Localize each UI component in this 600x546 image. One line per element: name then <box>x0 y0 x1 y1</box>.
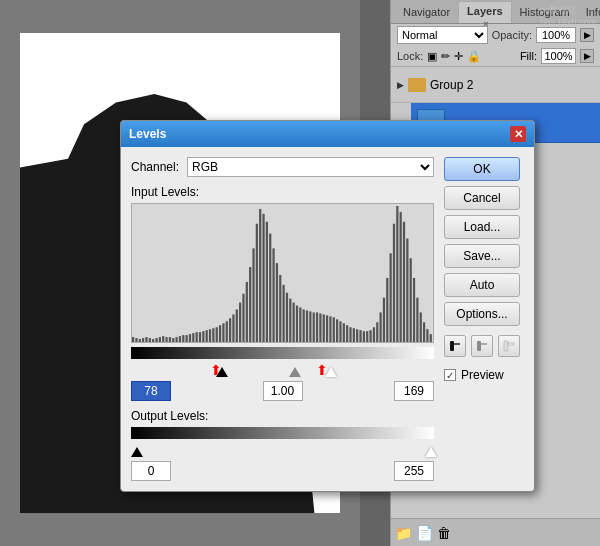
channel-select[interactable]: RGB <box>187 157 434 177</box>
svg-rect-9 <box>162 336 164 342</box>
svg-rect-24 <box>212 328 214 342</box>
svg-rect-39 <box>262 214 264 342</box>
svg-rect-72 <box>373 327 375 342</box>
input-levels-label: Input Levels: <box>131 185 434 199</box>
black-point-input[interactable] <box>131 381 171 401</box>
histogram-chart <box>132 204 433 342</box>
cancel-button[interactable]: Cancel <box>444 186 520 210</box>
svg-rect-50 <box>299 308 301 343</box>
eyedropper-icon <box>502 339 516 353</box>
gray-eyedropper[interactable] <box>471 335 493 357</box>
svg-rect-75 <box>383 298 385 342</box>
opacity-input[interactable] <box>536 27 576 43</box>
svg-rect-91 <box>454 343 460 345</box>
output-black-input[interactable] <box>131 461 171 481</box>
preview-label: Preview <box>461 368 504 382</box>
auto-button[interactable]: Auto <box>444 273 520 297</box>
svg-rect-85 <box>416 298 418 342</box>
dialog-buttons-section: OK Cancel Load... Save... Auto Options..… <box>444 157 524 481</box>
expand-icon[interactable]: ▶ <box>397 80 404 90</box>
svg-rect-68 <box>359 330 361 342</box>
dialog-titlebar: Levels ✕ <box>121 121 534 147</box>
svg-rect-95 <box>508 343 514 345</box>
midtone-slider[interactable] <box>289 367 301 377</box>
lock-paint-icon[interactable]: ✏ <box>441 50 450 63</box>
folder-icon <box>408 78 426 92</box>
svg-rect-51 <box>303 309 305 342</box>
svg-rect-46 <box>286 293 288 342</box>
svg-rect-79 <box>396 206 398 342</box>
svg-rect-32 <box>239 303 241 342</box>
lock-all-icon[interactable]: 🔒 <box>467 50 481 63</box>
svg-rect-19 <box>196 332 198 342</box>
svg-rect-82 <box>406 239 408 343</box>
output-white-slider[interactable] <box>425 447 437 457</box>
white-eyedropper[interactable] <box>498 335 520 357</box>
dialog-close-button[interactable]: ✕ <box>510 126 526 142</box>
opacity-arrow[interactable]: ▶ <box>580 28 594 42</box>
dialog-left-section: Channel: RGB Input Levels: <box>131 157 434 481</box>
new-layer-icon[interactable]: 📄 <box>416 525 433 541</box>
svg-rect-64 <box>346 325 348 342</box>
svg-rect-48 <box>293 303 295 342</box>
svg-rect-2 <box>139 339 141 342</box>
svg-rect-11 <box>169 337 171 342</box>
svg-rect-94 <box>504 341 508 351</box>
svg-rect-67 <box>356 329 358 342</box>
input-slider-arrows: ⬆ ⬆ <box>131 361 434 377</box>
ok-button[interactable]: OK <box>444 157 520 181</box>
layer-name: Group 2 <box>430 78 473 92</box>
svg-rect-44 <box>279 275 281 342</box>
dialog-title: Levels <box>129 127 166 141</box>
white-point-slider[interactable] <box>325 367 337 377</box>
svg-rect-89 <box>430 334 432 342</box>
svg-rect-6 <box>152 339 154 342</box>
fill-input[interactable] <box>541 48 576 64</box>
preview-checkbox[interactable] <box>444 369 456 381</box>
eyedropper-icon <box>475 339 489 353</box>
svg-rect-73 <box>376 322 378 342</box>
svg-rect-34 <box>246 282 248 342</box>
blend-mode-select[interactable]: Normal <box>397 26 488 44</box>
white-point-input[interactable] <box>394 381 434 401</box>
black-eyedropper[interactable] <box>444 335 466 357</box>
output-white-input[interactable] <box>394 461 434 481</box>
tab-layers[interactable]: Layers × <box>458 1 511 23</box>
output-slider-arrows <box>131 441 434 457</box>
svg-rect-47 <box>289 299 291 342</box>
svg-rect-36 <box>252 248 254 342</box>
svg-rect-93 <box>481 343 487 345</box>
fill-arrow[interactable]: ▶ <box>580 49 594 63</box>
svg-rect-70 <box>366 331 368 342</box>
svg-rect-0 <box>132 337 134 342</box>
output-black-slider[interactable] <box>131 447 143 457</box>
svg-rect-4 <box>145 337 147 342</box>
svg-rect-62 <box>339 321 341 342</box>
midtone-input[interactable] <box>263 381 303 401</box>
dialog-body: Channel: RGB Input Levels: <box>121 147 534 491</box>
options-button[interactable]: Options... <box>444 302 520 326</box>
list-item[interactable]: ▶ Group 2 <box>391 67 600 103</box>
channel-row: Channel: RGB <box>131 157 434 177</box>
delete-layer-icon[interactable]: 🗑 <box>437 525 451 541</box>
svg-rect-42 <box>272 248 274 342</box>
input-slider-track[interactable] <box>131 347 434 359</box>
output-slider-track[interactable] <box>131 427 434 439</box>
svg-rect-17 <box>189 334 191 342</box>
load-button[interactable]: Load... <box>444 215 520 239</box>
svg-rect-76 <box>386 278 388 342</box>
svg-rect-29 <box>229 318 231 342</box>
new-group-icon[interactable]: 📁 <box>395 525 412 541</box>
svg-rect-5 <box>149 338 151 342</box>
input-values-row <box>131 381 434 401</box>
lock-move-icon[interactable]: ✛ <box>454 50 463 63</box>
svg-rect-27 <box>222 323 224 342</box>
preview-row: Preview <box>444 368 524 382</box>
tab-navigator[interactable]: Navigator <box>395 1 458 23</box>
svg-rect-15 <box>182 335 184 342</box>
save-button[interactable]: Save... <box>444 244 520 268</box>
svg-rect-52 <box>306 310 308 342</box>
svg-rect-55 <box>316 312 318 342</box>
svg-rect-81 <box>403 222 405 342</box>
lock-transparent-icon[interactable]: ▣ <box>427 50 437 63</box>
